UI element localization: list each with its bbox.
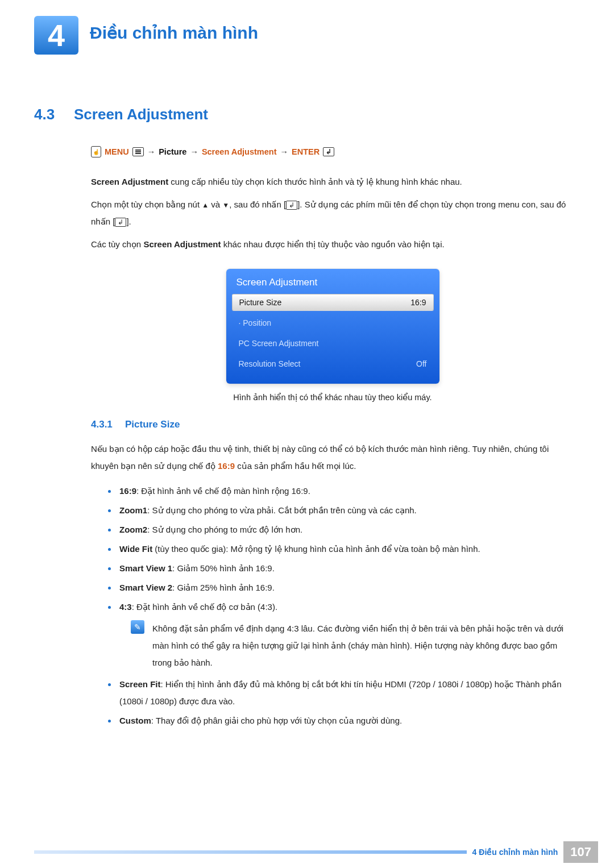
menu-navigation-path: ☝ MENU → Picture → Screen Adjustment → E… — [91, 146, 574, 157]
footer-page-number: 107 — [563, 841, 598, 863]
ps-intro-b: của sản phẩm hầu hết mọi lúc. — [235, 461, 356, 471]
osd-row-picture-size: Picture Size 16:9 — [232, 294, 434, 311]
osd-panel: Screen Adjustment Picture Size 16:9 · Po… — [226, 269, 439, 384]
note-icon: ✎ — [131, 620, 144, 634]
opt-name: Zoom2 — [119, 525, 147, 534]
p3a: Các tùy chọn — [91, 239, 143, 249]
nav-arrow: → — [190, 147, 198, 156]
opt-desc: : Đặt hình ảnh về chế độ cơ bản (4:3). — [132, 602, 277, 612]
p3b: khác nhau được hiển thị tùy thuộc vào ng… — [221, 239, 445, 249]
nav-enter-label: ENTER — [292, 147, 320, 156]
intro-paragraph-1: Screen Adjustment cung cấp nhiều tùy chọ… — [91, 173, 574, 190]
osd-caption: Hình ảnh hiển thị có thể khác nhau tùy t… — [91, 393, 574, 402]
opt-desc: : Sử dụng cho phóng to vừa phải. Cắt bớt… — [147, 505, 417, 515]
nav-menu-label: MENU — [105, 147, 129, 156]
enter-icon — [115, 218, 126, 227]
enter-icon — [323, 147, 334, 156]
list-item: Custom: Thay đổi độ phân giải cho phù hợ… — [108, 712, 574, 729]
opt-name: Wide Fit — [119, 544, 152, 554]
opt-name: Screen Fit — [119, 679, 161, 689]
nav-picture-label: Picture — [159, 147, 186, 156]
list-item: 16:9: Đặt hình ảnh về chế độ màn hình rộ… — [108, 483, 574, 500]
opt-desc: (tùy theo quốc gia): Mở rộng tỷ lệ khung… — [152, 544, 480, 554]
opt-name: Custom — [119, 716, 151, 725]
intro-paragraph-2: Chọn một tùy chọn bằng nút ▲ và ▼, sau đ… — [91, 196, 574, 230]
intro-paragraph-3: Các tùy chọn Screen Adjustment khác nhau… — [91, 236, 574, 253]
section-title: Screen Adjustment — [74, 106, 208, 123]
osd-title: Screen Adjustment — [226, 269, 439, 294]
subsection-title: Picture Size — [125, 419, 180, 430]
p2e: ]. — [126, 217, 131, 226]
enter-icon — [286, 201, 297, 210]
chapter-number-box: 4 — [34, 16, 78, 55]
footer-chapter-line: 4 Điều chỉnh màn hình — [472, 848, 558, 857]
list-item: Screen Fit: Hiển thị hình ảnh đầy đủ mà … — [108, 676, 574, 710]
page-footer: 4 Điều chỉnh màn hình 107 — [0, 836, 614, 868]
osd-row-label: Picture Size — [239, 298, 282, 307]
picture-size-intro: Nếu bạn có hộp cáp hoặc đầu thu vệ tinh,… — [91, 441, 574, 475]
nav-arrow: → — [280, 147, 288, 156]
list-item: Smart View 2: Giảm 25% hình ảnh 16:9. — [108, 579, 574, 596]
osd-row-value: 16:9 — [410, 298, 426, 307]
p2a: Chọn một tùy chọn bằng nút — [91, 200, 202, 209]
osd-row-value: Off — [416, 359, 426, 368]
osd-row-label: Resolution Select — [239, 359, 301, 368]
chapter-title: Điều chỉnh màn hình — [90, 23, 258, 43]
intro-bold: Screen Adjustment — [91, 177, 168, 186]
osd-row-pc-screen-adj: PC Screen Adjustment — [232, 335, 434, 352]
list-item: 4:3: Đặt hình ảnh về chế độ cơ bản (4:3)… — [108, 599, 574, 671]
section-number: 4.3 — [34, 106, 74, 123]
p3-bold: Screen Adjustment — [143, 239, 221, 249]
triangle-down-icon: ▼ — [222, 201, 229, 209]
menu-icon — [132, 147, 144, 156]
subsection-header: 4.3.1 Picture Size — [91, 419, 580, 430]
subsection-number: 4.3.1 — [91, 419, 125, 430]
osd-row-position: · Position — [232, 314, 434, 331]
ps-intro-bold: 16:9 — [218, 461, 235, 471]
opt-desc: : Giảm 50% hình ảnh 16:9. — [172, 563, 275, 573]
list-item: Wide Fit (tùy theo quốc gia): Mở rộng tỷ… — [108, 541, 574, 558]
p2b: và — [209, 200, 222, 209]
opt-desc: : Đặt hình ảnh về chế độ màn hình rộng 1… — [136, 486, 310, 496]
opt-name: 4:3 — [119, 602, 132, 612]
list-item: Smart View 1: Giảm 50% hình ảnh 16:9. — [108, 560, 574, 577]
opt-desc: : Hiển thị hình ảnh đầy đủ mà không bị c… — [119, 679, 562, 706]
list-item: Zoom1: Sử dụng cho phóng to vừa phải. Cắ… — [108, 502, 574, 519]
remote-icon: ☝ — [91, 146, 101, 157]
opt-name: 16:9 — [119, 486, 136, 496]
picture-size-options: 16:9: Đặt hình ảnh về chế độ màn hình rộ… — [108, 483, 574, 729]
section-header: 4.3 Screen Adjustment — [34, 106, 580, 123]
opt-name: Smart View 1 — [119, 563, 172, 573]
intro-rest: cung cấp nhiều tùy chọn kích thước hình … — [168, 177, 462, 186]
nav-screen-adj-label: Screen Adjustment — [202, 147, 277, 156]
osd-row-label: · Position — [239, 318, 272, 327]
nav-arrow: → — [147, 147, 156, 156]
osd-row-resolution-select: Resolution Select Off — [232, 355, 434, 372]
triangle-up-icon: ▲ — [202, 201, 209, 209]
footer-gradient-bar — [34, 850, 467, 854]
opt-desc: : Thay đổi độ phân giải cho phù hợp với … — [151, 716, 402, 725]
note-box: ✎ Không đặt sản phẩm về định dạng 4:3 lâ… — [131, 620, 574, 671]
opt-name: Zoom1 — [119, 505, 147, 515]
list-item: Zoom2: Sử dụng cho phóng to mức độ lớn h… — [108, 521, 574, 538]
note-text: Không đặt sản phẩm về định dạng 4:3 lâu.… — [152, 620, 574, 671]
opt-name: Smart View 2 — [119, 583, 172, 592]
osd-row-label: PC Screen Adjustment — [239, 339, 319, 348]
chapter-header: 4 Điều chỉnh màn hình — [34, 16, 580, 55]
p2c: , sau đó nhấn [ — [229, 200, 286, 209]
opt-desc: : Sử dụng cho phóng to mức độ lớn hơn. — [147, 525, 302, 534]
opt-desc: : Giảm 25% hình ảnh 16:9. — [172, 583, 275, 592]
